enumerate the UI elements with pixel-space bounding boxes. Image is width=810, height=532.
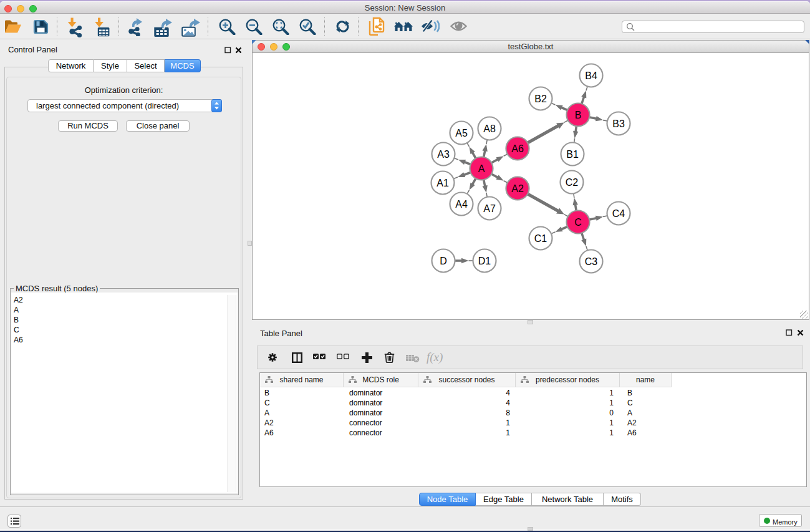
svg-text:A5: A5	[455, 128, 468, 138]
svg-text:B1: B1	[566, 149, 579, 160]
svg-text:D: D	[440, 256, 447, 266]
svg-text:B: B	[575, 110, 582, 120]
svg-text:A3: A3	[437, 149, 450, 160]
svg-text:B2: B2	[534, 94, 547, 104]
svg-text:A: A	[478, 163, 485, 174]
svg-text:D1: D1	[478, 256, 491, 266]
svg-text:C3: C3	[585, 256, 598, 267]
svg-text:A8: A8	[483, 123, 496, 134]
svg-text:C1: C1	[534, 233, 547, 244]
svg-text:C4: C4	[612, 208, 625, 219]
svg-text:C2: C2	[566, 177, 579, 188]
svg-text:A1: A1	[436, 178, 449, 188]
svg-text:C: C	[574, 217, 582, 228]
svg-text:B3: B3	[612, 118, 625, 129]
svg-text:A2: A2	[511, 183, 524, 194]
svg-text:B4: B4	[585, 70, 597, 81]
svg-text:A7: A7	[483, 203, 496, 214]
svg-text:A6: A6	[511, 143, 524, 154]
svg-text:A4: A4	[455, 199, 468, 210]
